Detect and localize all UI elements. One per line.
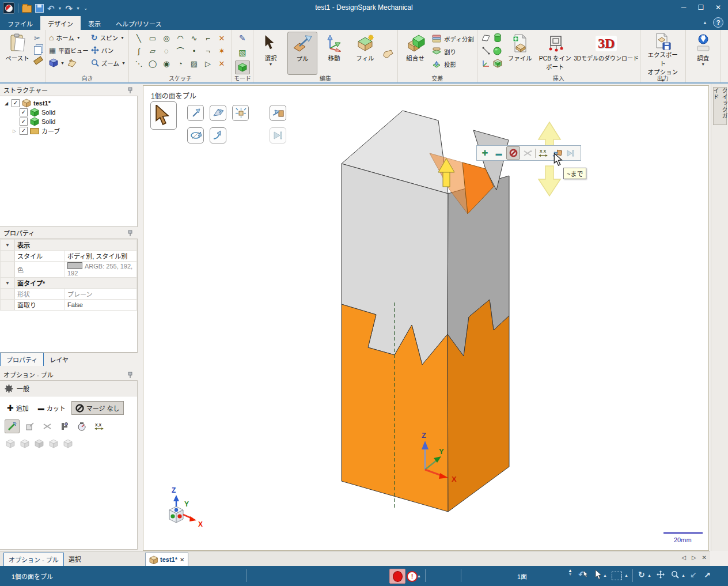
ribbon-collapse-icon[interactable]: ▲ [703,20,707,25]
insert-file-button[interactable]: ファイル [506,32,534,75]
tab-properties[interactable]: プロパティ [0,353,44,366]
sketch-plane-icon[interactable] [67,59,77,67]
sketch-tangent-arc-icon[interactable]: ◠ [177,35,183,42]
plan-view-button[interactable]: ▦平面ビュー [49,44,89,56]
project-button[interactable]: 投影 [432,58,474,70]
maximize-button[interactable]: ☐ [692,0,710,15]
pull-preset-icon[interactable] [20,439,30,449]
split-body-button[interactable]: ボディ分割 [432,33,474,44]
pull-preset-icon[interactable] [49,439,59,449]
property-group-row[interactable]: ▼ 表示 [1,240,137,251]
property-row-color[interactable]: 色 ARGB: 255, 192, 192 [1,262,137,278]
sketch-offset-icon[interactable]: ▷ [205,60,211,67]
warning-button[interactable]: ! [407,571,418,582]
mini-cut-button[interactable]: ▬ [492,147,505,159]
view-cube-button[interactable]: ▼ [49,57,89,69]
chevron-down-icon[interactable]: ▼ [1,278,15,289]
model-scene[interactable]: Z Y X Z Y X 20mm [143,85,709,551]
order-button[interactable]: 注文▼ [724,32,728,75]
sketch-fill-region-icon[interactable]: ▨ [191,60,198,67]
sketch-line-icon[interactable]: ╲ [136,35,141,42]
orbit-dropdown-icon[interactable]: ▲ [647,573,651,577]
sketch-point-icon[interactable]: • [193,47,196,55]
zoom-button[interactable]: ズーム▼ [91,57,126,69]
redo-icon[interactable]: ↷ [66,4,73,13]
quick-guide-tab[interactable]: クイックガイド [713,87,727,125]
save-icon[interactable] [35,4,44,13]
sketch-spline-icon[interactable]: ∿ [191,35,197,42]
visibility-checkbox[interactable]: ✓ [20,127,28,135]
visibility-checkbox[interactable]: ✓ [20,108,28,116]
sketch-mode-icon[interactable]: ✎ [236,32,249,44]
undo-icon[interactable]: ↶ [47,4,55,13]
full-pull-button[interactable] [270,127,286,143]
property-row-chamfer[interactable]: 面取り False [1,300,137,311]
paste-button[interactable]: ペースト [3,32,32,75]
pull-both-sides-button[interactable] [232,105,249,121]
pull-preset-icon[interactable] [35,439,44,449]
sketch-trim-icon[interactable]: ✕ [218,35,225,42]
mini-both-sides-button[interactable] [521,147,534,159]
sketch-ellipse-icon[interactable]: ◯ [149,60,157,67]
select-tool-button[interactable]: 選択▼ [256,32,285,75]
line-3d-icon[interactable] [482,47,490,55]
import-pcb-button[interactable]: PCB をインポート [537,32,574,75]
pull-preset-icon[interactable] [63,439,73,449]
solid-mode-icon[interactable] [235,61,250,74]
add-option-button[interactable]: ✚追加 [3,402,32,414]
box-select-icon[interactable] [612,572,622,580]
tab-close-all-icon[interactable]: ✕ [702,554,707,561]
sketch-construction-circle-icon[interactable]: ◌ [164,47,169,55]
pull-ruler-tool-icon[interactable] [5,419,20,433]
tree-row-root[interactable]: ◢ ✓ test1* [3,99,137,108]
sketch-construction-line-icon[interactable]: ⋱ [135,60,142,67]
pull-direction-button[interactable] [187,105,204,121]
spin-button[interactable]: ↻スピン▼ [91,32,126,43]
sketch-delete-icon[interactable]: ✕ [218,60,225,67]
dimension-tool-icon[interactable]: X,X [92,420,106,433]
sketch-bend-icon[interactable]: ¬ [206,47,210,55]
move-tool-button[interactable]: 移動 [320,32,348,75]
view-triad[interactable]: Z Y X [169,486,203,528]
selection-spinner[interactable]: ▲▼ [568,569,572,577]
tab-next-icon[interactable]: ▷ [692,554,696,561]
sketch-parallelogram-icon[interactable]: ▱ [150,47,156,55]
open-file-icon[interactable] [22,5,32,13]
investigate-button[interactable]: 調査▼ [689,32,718,75]
pin-icon[interactable] [126,371,134,379]
pull-down-arrow[interactable] [539,166,560,196]
document-tab[interactable]: test1* ✕ [145,553,188,566]
section-mode-icon[interactable]: ▧ [236,46,249,59]
mini-full-pull-button[interactable] [564,147,577,159]
property-group-row[interactable]: ▼ 面タイプ* [1,278,137,289]
pull-tool-button[interactable]: プル [287,32,317,75]
undo-selection-icon[interactable]: ↶ [578,569,589,580]
next-view-icon[interactable]: ↗ [704,570,711,580]
download-3d-model-button[interactable]: 3D 3Dモデルのダウンロード [576,32,637,75]
format-brush-icon[interactable] [33,56,43,65]
zoom-icon[interactable] [671,570,680,580]
home-view-button[interactable]: ⌂ホーム▼ [49,32,89,43]
options-general-section[interactable]: 一般 [0,381,137,396]
sketch-curve-icon[interactable]: ʃ [138,47,139,55]
visibility-checkbox[interactable]: ✓ [20,118,28,126]
gauge-tool-icon[interactable] [75,420,89,433]
sketch-three-point-arc-icon[interactable]: ⌒ [176,47,184,55]
pull-draft-button[interactable] [210,105,226,121]
pin-icon[interactable] [126,229,134,237]
tab-file[interactable]: ファイル [0,16,40,30]
no-merge-option-button[interactable]: マージ なし [71,401,124,415]
pull-box-tool-icon[interactable] [23,420,37,433]
color-swatch[interactable] [67,262,82,269]
pan-button[interactable]: パン [91,44,126,56]
select-dropdown-icon[interactable]: ▲ [603,573,607,577]
tab-layers[interactable]: レイヤ [44,353,74,366]
visibility-checkbox[interactable]: ✓ [12,99,20,107]
pan-icon[interactable] [657,570,665,580]
mini-add-button[interactable]: ✚ [479,147,491,159]
cut-option-button[interactable]: ▬カット [35,402,69,414]
caliper-tool-icon[interactable] [58,420,71,433]
sketch-circle-icon[interactable]: ◎ [163,35,169,42]
tree-row-solid2[interactable]: ✓ Solid [3,117,137,126]
fill-tool-button[interactable]: フィル [351,32,380,75]
